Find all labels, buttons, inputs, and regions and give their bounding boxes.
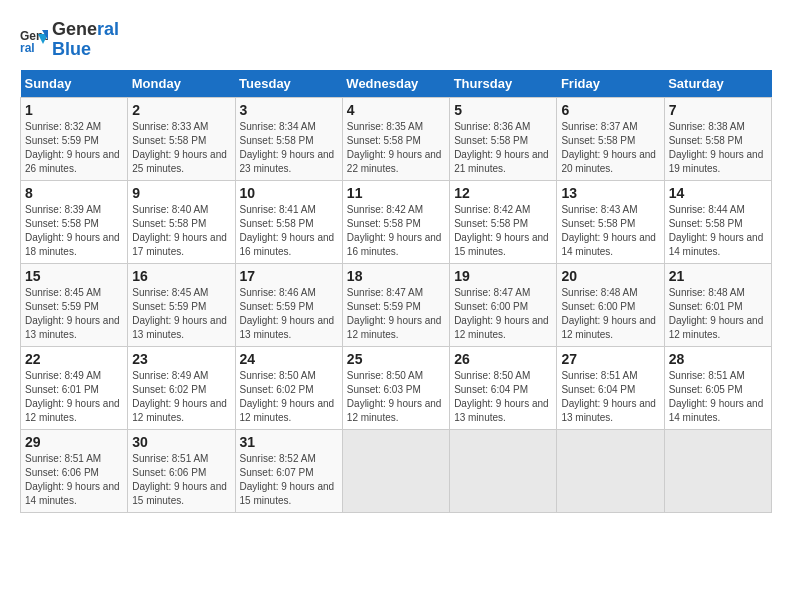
- day-cell: 3Sunrise: 8:34 AMSunset: 5:58 PMDaylight…: [235, 97, 342, 180]
- day-number: 9: [132, 185, 230, 201]
- day-number: 17: [240, 268, 338, 284]
- day-number: 5: [454, 102, 552, 118]
- logo-text-line2: Blue: [52, 40, 119, 60]
- day-info: Sunrise: 8:47 AMSunset: 5:59 PMDaylight:…: [347, 286, 445, 342]
- day-info: Sunrise: 8:47 AMSunset: 6:00 PMDaylight:…: [454, 286, 552, 342]
- header-sunday: Sunday: [21, 70, 128, 98]
- day-info: Sunrise: 8:34 AMSunset: 5:58 PMDaylight:…: [240, 120, 338, 176]
- calendar-table: SundayMondayTuesdayWednesdayThursdayFrid…: [20, 70, 772, 513]
- day-cell: 8Sunrise: 8:39 AMSunset: 5:58 PMDaylight…: [21, 180, 128, 263]
- header-monday: Monday: [128, 70, 235, 98]
- day-info: Sunrise: 8:41 AMSunset: 5:58 PMDaylight:…: [240, 203, 338, 259]
- day-number: 22: [25, 351, 123, 367]
- day-cell: 19Sunrise: 8:47 AMSunset: 6:00 PMDayligh…: [450, 263, 557, 346]
- day-number: 15: [25, 268, 123, 284]
- day-info: Sunrise: 8:49 AMSunset: 6:02 PMDaylight:…: [132, 369, 230, 425]
- day-cell: 26Sunrise: 8:50 AMSunset: 6:04 PMDayligh…: [450, 346, 557, 429]
- day-number: 4: [347, 102, 445, 118]
- day-cell: 20Sunrise: 8:48 AMSunset: 6:00 PMDayligh…: [557, 263, 664, 346]
- day-cell: 18Sunrise: 8:47 AMSunset: 5:59 PMDayligh…: [342, 263, 449, 346]
- day-cell: 2Sunrise: 8:33 AMSunset: 5:58 PMDaylight…: [128, 97, 235, 180]
- header-friday: Friday: [557, 70, 664, 98]
- day-info: Sunrise: 8:48 AMSunset: 6:01 PMDaylight:…: [669, 286, 767, 342]
- day-info: Sunrise: 8:40 AMSunset: 5:58 PMDaylight:…: [132, 203, 230, 259]
- day-cell: [342, 429, 449, 512]
- day-info: Sunrise: 8:33 AMSunset: 5:58 PMDaylight:…: [132, 120, 230, 176]
- day-info: Sunrise: 8:50 AMSunset: 6:04 PMDaylight:…: [454, 369, 552, 425]
- day-info: Sunrise: 8:50 AMSunset: 6:03 PMDaylight:…: [347, 369, 445, 425]
- day-number: 7: [669, 102, 767, 118]
- logo: Gene ral General Blue: [20, 20, 119, 60]
- header-tuesday: Tuesday: [235, 70, 342, 98]
- day-number: 30: [132, 434, 230, 450]
- day-number: 18: [347, 268, 445, 284]
- day-cell: 13Sunrise: 8:43 AMSunset: 5:58 PMDayligh…: [557, 180, 664, 263]
- day-number: 21: [669, 268, 767, 284]
- day-number: 20: [561, 268, 659, 284]
- day-cell: 27Sunrise: 8:51 AMSunset: 6:04 PMDayligh…: [557, 346, 664, 429]
- day-info: Sunrise: 8:42 AMSunset: 5:58 PMDaylight:…: [454, 203, 552, 259]
- day-info: Sunrise: 8:36 AMSunset: 5:58 PMDaylight:…: [454, 120, 552, 176]
- day-number: 1: [25, 102, 123, 118]
- day-info: Sunrise: 8:50 AMSunset: 6:02 PMDaylight:…: [240, 369, 338, 425]
- day-cell: 1Sunrise: 8:32 AMSunset: 5:59 PMDaylight…: [21, 97, 128, 180]
- day-number: 16: [132, 268, 230, 284]
- day-cell: [450, 429, 557, 512]
- day-number: 28: [669, 351, 767, 367]
- header-row: SundayMondayTuesdayWednesdayThursdayFrid…: [21, 70, 772, 98]
- day-number: 26: [454, 351, 552, 367]
- day-info: Sunrise: 8:37 AMSunset: 5:58 PMDaylight:…: [561, 120, 659, 176]
- day-cell: 16Sunrise: 8:45 AMSunset: 5:59 PMDayligh…: [128, 263, 235, 346]
- day-cell: 6Sunrise: 8:37 AMSunset: 5:58 PMDaylight…: [557, 97, 664, 180]
- day-info: Sunrise: 8:51 AMSunset: 6:05 PMDaylight:…: [669, 369, 767, 425]
- day-number: 11: [347, 185, 445, 201]
- header-wednesday: Wednesday: [342, 70, 449, 98]
- week-row-5: 29Sunrise: 8:51 AMSunset: 6:06 PMDayligh…: [21, 429, 772, 512]
- day-cell: 30Sunrise: 8:51 AMSunset: 6:06 PMDayligh…: [128, 429, 235, 512]
- day-info: Sunrise: 8:48 AMSunset: 6:00 PMDaylight:…: [561, 286, 659, 342]
- day-info: Sunrise: 8:35 AMSunset: 5:58 PMDaylight:…: [347, 120, 445, 176]
- day-info: Sunrise: 8:51 AMSunset: 6:06 PMDaylight:…: [25, 452, 123, 508]
- day-info: Sunrise: 8:49 AMSunset: 6:01 PMDaylight:…: [25, 369, 123, 425]
- day-cell: 29Sunrise: 8:51 AMSunset: 6:06 PMDayligh…: [21, 429, 128, 512]
- day-info: Sunrise: 8:52 AMSunset: 6:07 PMDaylight:…: [240, 452, 338, 508]
- day-cell: 7Sunrise: 8:38 AMSunset: 5:58 PMDaylight…: [664, 97, 771, 180]
- logo-icon: Gene ral: [20, 26, 48, 54]
- page-header: Gene ral General Blue: [20, 20, 772, 60]
- day-number: 23: [132, 351, 230, 367]
- day-cell: 4Sunrise: 8:35 AMSunset: 5:58 PMDaylight…: [342, 97, 449, 180]
- day-number: 27: [561, 351, 659, 367]
- day-cell: [664, 429, 771, 512]
- day-cell: 22Sunrise: 8:49 AMSunset: 6:01 PMDayligh…: [21, 346, 128, 429]
- svg-text:ral: ral: [20, 41, 35, 54]
- day-cell: 24Sunrise: 8:50 AMSunset: 6:02 PMDayligh…: [235, 346, 342, 429]
- day-number: 31: [240, 434, 338, 450]
- day-info: Sunrise: 8:44 AMSunset: 5:58 PMDaylight:…: [669, 203, 767, 259]
- day-info: Sunrise: 8:42 AMSunset: 5:58 PMDaylight:…: [347, 203, 445, 259]
- day-info: Sunrise: 8:43 AMSunset: 5:58 PMDaylight:…: [561, 203, 659, 259]
- week-row-2: 8Sunrise: 8:39 AMSunset: 5:58 PMDaylight…: [21, 180, 772, 263]
- day-info: Sunrise: 8:38 AMSunset: 5:58 PMDaylight:…: [669, 120, 767, 176]
- day-number: 6: [561, 102, 659, 118]
- day-cell: 17Sunrise: 8:46 AMSunset: 5:59 PMDayligh…: [235, 263, 342, 346]
- day-number: 29: [25, 434, 123, 450]
- day-cell: [557, 429, 664, 512]
- header-saturday: Saturday: [664, 70, 771, 98]
- day-number: 3: [240, 102, 338, 118]
- day-number: 14: [669, 185, 767, 201]
- day-cell: 9Sunrise: 8:40 AMSunset: 5:58 PMDaylight…: [128, 180, 235, 263]
- day-cell: 21Sunrise: 8:48 AMSunset: 6:01 PMDayligh…: [664, 263, 771, 346]
- day-info: Sunrise: 8:46 AMSunset: 5:59 PMDaylight:…: [240, 286, 338, 342]
- day-info: Sunrise: 8:51 AMSunset: 6:06 PMDaylight:…: [132, 452, 230, 508]
- day-info: Sunrise: 8:45 AMSunset: 5:59 PMDaylight:…: [25, 286, 123, 342]
- day-number: 12: [454, 185, 552, 201]
- day-number: 25: [347, 351, 445, 367]
- day-number: 13: [561, 185, 659, 201]
- day-cell: 12Sunrise: 8:42 AMSunset: 5:58 PMDayligh…: [450, 180, 557, 263]
- logo-text-line1: General: [52, 20, 119, 40]
- day-info: Sunrise: 8:39 AMSunset: 5:58 PMDaylight:…: [25, 203, 123, 259]
- day-cell: 25Sunrise: 8:50 AMSunset: 6:03 PMDayligh…: [342, 346, 449, 429]
- day-cell: 5Sunrise: 8:36 AMSunset: 5:58 PMDaylight…: [450, 97, 557, 180]
- header-thursday: Thursday: [450, 70, 557, 98]
- day-number: 24: [240, 351, 338, 367]
